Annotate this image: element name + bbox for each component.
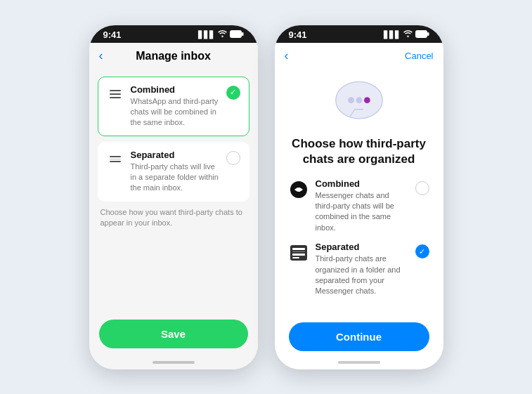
- nav-bar-1: ‹ Manage inbox: [89, 43, 258, 68]
- options-list-2: Combined Messenger chats and third-party…: [289, 178, 429, 297]
- time-1: 9:41: [103, 29, 122, 40]
- combined-label-2: Combined: [316, 178, 408, 189]
- battery-icon-1: [230, 30, 244, 39]
- svg-rect-12: [292, 251, 305, 252]
- combined-desc-1: WhatsApp and third-party chats will be c…: [131, 96, 219, 129]
- separated-icon-1: [107, 151, 124, 168]
- battery-icon-2: [415, 30, 429, 39]
- time-2: 9:41: [289, 29, 307, 40]
- nav-bar-2: ‹ Cancel: [275, 43, 443, 69]
- svg-rect-14: [292, 257, 299, 258]
- wifi-icon-1: [218, 30, 227, 39]
- m-check-empty-icon: [415, 181, 429, 195]
- svg-point-6: [356, 97, 362, 103]
- option-combined-1[interactable]: Combined WhatsApp and third-party chats …: [98, 77, 249, 136]
- separated-desc-2: Third-party chats are organized in a fol…: [316, 254, 408, 297]
- status-bar-1: 9:41 ▋▋▋: [89, 25, 258, 43]
- svg-point-5: [348, 97, 354, 103]
- status-bar-2: 9:41 ▋▋▋: [275, 25, 443, 43]
- svg-point-7: [364, 97, 370, 103]
- combined-check-1: ✓: [226, 86, 240, 100]
- check-empty-icon-1: [226, 151, 240, 165]
- cancel-button-2[interactable]: Cancel: [405, 51, 433, 61]
- separated-desc-1: Third-party chats will live in a separat…: [131, 162, 219, 194]
- combined-text-2: Combined Messenger chats and third-party…: [316, 178, 408, 234]
- combined-icon-2: [289, 180, 309, 199]
- screen-1: ‹ Manage inbox Combined WhatsApp and thi…: [89, 43, 258, 369]
- separated-icon-2: [289, 243, 309, 263]
- status-icons-2: ▋▋▋: [384, 30, 429, 39]
- option-separated-1[interactable]: Separated Third-party chats will live in…: [98, 142, 249, 202]
- save-button-1[interactable]: Save: [99, 320, 248, 348]
- phone-messenger: 9:41 ▋▋▋ ‹ Cancel: [275, 25, 443, 369]
- combined-icon-1: [107, 86, 124, 103]
- separated-text-2: Separated Third-party chats are organize…: [316, 242, 408, 297]
- combined-text-1: Combined WhatsApp and third-party chats …: [131, 84, 219, 129]
- bottom-area-1: Save: [89, 313, 258, 358]
- svg-rect-11: [292, 248, 305, 250]
- option-combined-2[interactable]: Combined Messenger chats and third-party…: [289, 178, 429, 234]
- combined-check-2: [415, 181, 429, 195]
- chat-bubble-icon: [331, 79, 387, 128]
- check-filled-icon-1: ✓: [226, 86, 240, 100]
- svg-point-9: [297, 188, 301, 192]
- svg-rect-13: [292, 254, 305, 256]
- combined-label-1: Combined: [131, 84, 219, 95]
- separated-text-1: Separated Third-party chats will live in…: [131, 150, 219, 194]
- separated-check-1: [226, 151, 240, 165]
- signal-icon-2: ▋▋▋: [384, 31, 401, 39]
- separated-check-2: ✓: [415, 244, 429, 258]
- svg-rect-2: [415, 30, 427, 37]
- svg-rect-0: [230, 30, 241, 37]
- hint-text-1: Choose how you want third-party chats to…: [98, 207, 249, 229]
- option-separated-2[interactable]: Separated Third-party chats are organize…: [289, 242, 429, 297]
- continue-button[interactable]: Continue: [289, 322, 429, 351]
- content-area-1: Combined WhatsApp and third-party chats …: [89, 68, 258, 313]
- combined-desc-2: Messenger chats and third-party chats wi…: [316, 190, 408, 234]
- svg-rect-1: [242, 32, 244, 36]
- chat-icon-wrapper: [331, 79, 387, 128]
- home-indicator-2: [338, 361, 380, 364]
- m-check-filled-icon: ✓: [415, 244, 429, 258]
- wifi-icon-2: [403, 30, 413, 39]
- signal-icon-1: ▋▋▋: [198, 31, 215, 39]
- separated-label-1: Separated: [131, 150, 219, 160]
- svg-rect-3: [427, 32, 429, 36]
- messenger-heading: Choose how third-party chats are organiz…: [289, 136, 429, 167]
- screen-2: ‹ Cancel Choose how third-party chats ar…: [275, 43, 443, 369]
- messenger-content: Choose how third-party chats are organiz…: [275, 69, 443, 358]
- back-button-2[interactable]: ‹: [285, 48, 289, 63]
- home-indicator-1: [153, 361, 195, 364]
- back-button-1[interactable]: ‹: [99, 48, 103, 63]
- separated-label-2: Separated: [316, 242, 408, 252]
- phone-whatsapp: 9:41 ▋▋▋ ‹ Manage inbox: [89, 25, 258, 369]
- page-title-1: Manage inbox: [136, 50, 211, 63]
- status-icons-1: ▋▋▋: [198, 30, 244, 39]
